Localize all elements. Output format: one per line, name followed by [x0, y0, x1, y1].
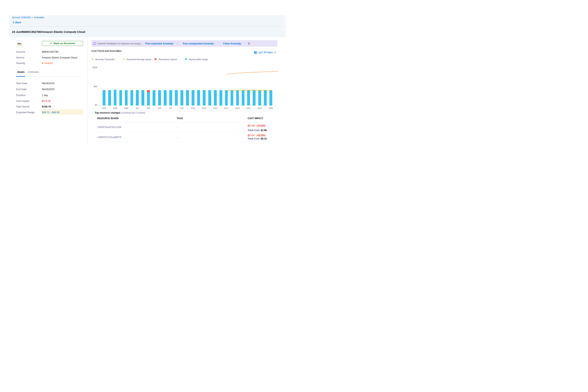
- svg-text:aws: aws: [17, 42, 22, 45]
